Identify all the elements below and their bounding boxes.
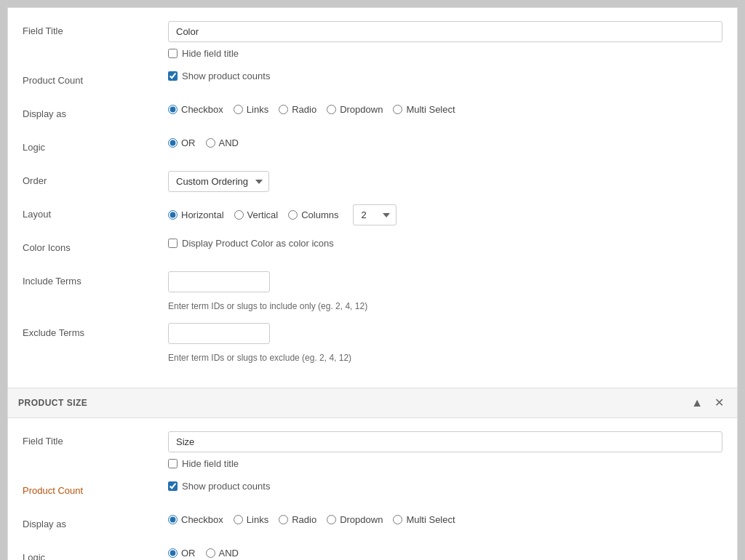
- color-layout-horizontal-option: Horizontal: [168, 209, 224, 220]
- size-logic-radio-group: OR AND: [168, 548, 722, 559]
- product-size-collapse-button[interactable]: ▲: [688, 396, 706, 410]
- size-display-dropdown-radio[interactable]: [327, 515, 336, 524]
- size-display-links-option: Links: [234, 514, 268, 525]
- color-order-label: Order: [23, 171, 168, 186]
- color-display-links-option: Links: [234, 104, 268, 115]
- size-hide-title-label[interactable]: Hide field title: [182, 458, 239, 469]
- color-display-checkbox-label[interactable]: Checkbox: [181, 104, 223, 115]
- color-logic-or-label[interactable]: OR: [181, 137, 196, 148]
- size-logic-and-radio[interactable]: [206, 548, 215, 558]
- size-display-radio-radio[interactable]: [279, 515, 288, 524]
- color-columns-select[interactable]: 2 1 3 4: [353, 204, 397, 225]
- size-logic-and-option: AND: [206, 548, 239, 559]
- size-product-count-row: Product Count Show product counts: [23, 481, 722, 503]
- color-display-multiselect-option: Multi Select: [393, 104, 455, 115]
- color-icons-controls: Display Product Color as color icons: [168, 238, 722, 249]
- color-exclude-terms-row: Exclude Terms Enter term IDs or slugs to…: [23, 323, 722, 363]
- color-include-terms-label: Include Terms: [23, 271, 168, 287]
- size-display-dropdown-label[interactable]: Dropdown: [340, 514, 383, 525]
- size-show-product-counts-row: Show product counts: [168, 481, 722, 492]
- color-layout-row: Layout Horizontal Vertical Columns: [23, 204, 722, 226]
- color-display-radio-label[interactable]: Radio: [292, 104, 316, 115]
- product-size-section: PRODUCT SIZE ▲ ✕ Field Title Hide field …: [7, 388, 738, 560]
- size-display-as-label: Display as: [23, 514, 168, 529]
- color-layout-columns-label[interactable]: Columns: [301, 209, 338, 220]
- size-display-radio-option: Radio: [279, 514, 316, 525]
- color-layout-horizontal-radio[interactable]: [168, 210, 178, 220]
- color-field-title-controls: Hide field title: [168, 21, 722, 59]
- color-display-multiselect-label[interactable]: Multi Select: [406, 104, 455, 115]
- size-display-links-radio[interactable]: [234, 515, 243, 524]
- color-display-checkbox-option: Checkbox: [168, 104, 223, 115]
- color-display-checkbox-radio[interactable]: [168, 105, 178, 114]
- color-display-dropdown-option: Dropdown: [327, 104, 383, 115]
- product-size-section-header: PRODUCT SIZE ▲ ✕: [8, 388, 737, 418]
- size-field-title-row: Field Title Hide field title: [23, 431, 722, 469]
- color-icons-row: Color Icons Display Product Color as col…: [23, 238, 722, 260]
- size-display-multiselect-label[interactable]: Multi Select: [406, 514, 455, 525]
- size-hide-title-checkbox[interactable]: [168, 459, 178, 468]
- size-logic-or-radio[interactable]: [168, 548, 178, 558]
- size-show-counts-checkbox[interactable]: [168, 481, 178, 491]
- color-hide-title-checkbox[interactable]: [168, 49, 178, 58]
- color-logic-and-option: AND: [206, 137, 239, 148]
- color-display-links-radio[interactable]: [234, 105, 243, 114]
- color-logic-and-radio[interactable]: [206, 138, 215, 148]
- size-display-multiselect-option: Multi Select: [393, 514, 455, 525]
- color-logic-controls: OR AND: [168, 137, 722, 148]
- size-display-radio-label[interactable]: Radio: [292, 514, 316, 525]
- color-include-terms-row: Include Terms Enter term IDs or slugs to…: [23, 271, 722, 311]
- size-logic-row: Logic OR AND: [23, 548, 722, 560]
- size-product-count-controls: Show product counts: [168, 481, 722, 492]
- size-product-count-label: Product Count: [23, 481, 168, 496]
- size-show-counts-label[interactable]: Show product counts: [182, 481, 270, 492]
- size-display-multiselect-radio[interactable]: [393, 515, 402, 524]
- size-logic-or-label[interactable]: OR: [181, 548, 196, 559]
- color-hide-title-label[interactable]: Hide field title: [182, 48, 239, 59]
- color-order-row: Order Custom Ordering Term Name Term ID …: [23, 171, 722, 193]
- size-display-as-controls: Checkbox Links Radio Dropdown: [168, 514, 722, 525]
- color-display-dropdown-label[interactable]: Dropdown: [340, 104, 383, 115]
- color-logic-or-option: OR: [168, 137, 196, 148]
- color-display-radio-radio[interactable]: [279, 105, 288, 114]
- color-logic-radio-group: OR AND: [168, 137, 722, 148]
- size-display-as-row: Display as Checkbox Links Ra: [23, 514, 722, 536]
- color-layout-controls: Horizontal Vertical Columns 2 1 3 4: [168, 204, 722, 225]
- size-field-title-label: Field Title: [23, 431, 168, 447]
- color-exclude-terms-input[interactable]: [168, 323, 270, 344]
- color-field-title-row: Field Title Hide field title: [23, 21, 722, 59]
- color-display-multiselect-radio[interactable]: [393, 105, 402, 114]
- product-size-close-button[interactable]: ✕: [712, 396, 727, 410]
- color-display-dropdown-radio[interactable]: [327, 105, 336, 114]
- color-show-counts-label[interactable]: Show product counts: [182, 71, 270, 81]
- color-layout-columns-radio[interactable]: [288, 210, 298, 220]
- color-product-count-row: Product Count Show product counts: [23, 71, 722, 92]
- size-display-radio-group: Checkbox Links Radio Dropdown: [168, 514, 722, 525]
- color-layout-horizontal-label[interactable]: Horizontal: [181, 209, 224, 220]
- product-size-section-body: Field Title Hide field title Product Cou…: [8, 418, 737, 560]
- color-layout-vertical-label[interactable]: Vertical: [247, 209, 279, 220]
- color-layout-vertical-radio[interactable]: [234, 210, 244, 220]
- size-display-checkbox-radio[interactable]: [168, 515, 178, 524]
- color-field-title-input[interactable]: [168, 21, 722, 42]
- color-include-terms-input[interactable]: [168, 271, 270, 292]
- size-display-checkbox-label[interactable]: Checkbox: [181, 514, 223, 525]
- color-display-links-label[interactable]: Links: [247, 104, 268, 115]
- color-logic-or-radio[interactable]: [168, 138, 178, 148]
- color-logic-and-label[interactable]: AND: [219, 137, 239, 148]
- product-size-header-title: PRODUCT SIZE: [18, 398, 87, 408]
- color-field-title-label: Field Title: [23, 21, 168, 36]
- color-layout-vertical-option: Vertical: [234, 209, 279, 220]
- product-size-header-actions: ▲ ✕: [688, 396, 727, 410]
- size-display-dropdown-option: Dropdown: [327, 514, 383, 525]
- color-icons-checkbox-label[interactable]: Display Product Color as color icons: [182, 238, 334, 249]
- color-display-radio-option: Radio: [279, 104, 316, 115]
- color-show-counts-checkbox[interactable]: [168, 71, 178, 81]
- size-display-links-label[interactable]: Links: [247, 514, 268, 525]
- size-field-title-input[interactable]: [168, 431, 722, 452]
- size-logic-and-label[interactable]: AND: [219, 548, 239, 559]
- color-icons-checkbox[interactable]: [168, 239, 178, 248]
- color-order-select[interactable]: Custom Ordering Term Name Term ID Count: [168, 171, 269, 192]
- color-show-product-counts-row: Show product counts: [168, 71, 722, 81]
- color-logic-row: Logic OR AND: [23, 137, 722, 159]
